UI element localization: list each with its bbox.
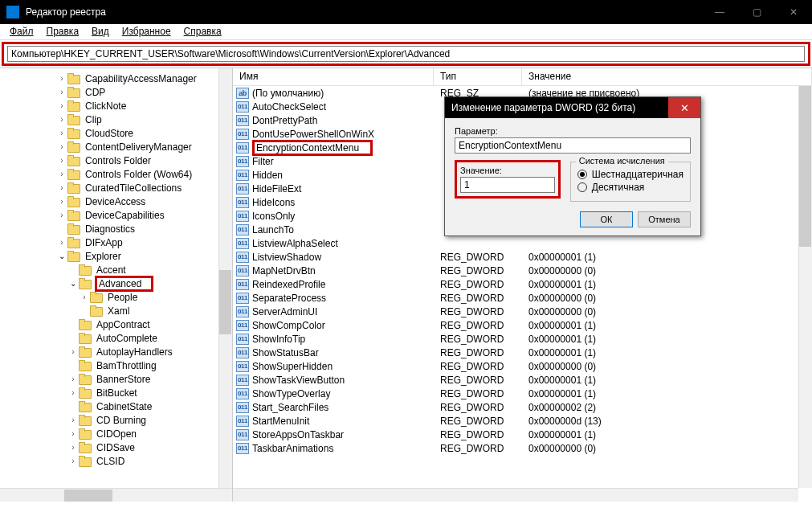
col-name-header[interactable]: Имя (233, 68, 434, 85)
chevron-icon[interactable]: ⌄ (67, 279, 79, 288)
row-value: 0x00000001 (1) (522, 252, 812, 263)
row-name: ShowCompColor (252, 320, 325, 331)
list-hscroll[interactable] (233, 488, 798, 502)
chevron-icon[interactable]: › (79, 293, 90, 301)
tree-item[interactable]: ›CD Burning (0, 413, 232, 427)
radio-dec[interactable]: Десятичная (577, 182, 683, 193)
dialog-titlebar[interactable]: Изменение параметра DWORD (32 бита) ✕ (445, 97, 700, 118)
ok-button[interactable]: ОК (580, 211, 633, 227)
value-input[interactable] (460, 177, 555, 193)
list-row[interactable]: 011ShowCompColorREG_DWORD0x00000001 (1) (233, 318, 812, 332)
chevron-icon[interactable]: › (67, 443, 79, 452)
radio-dot-icon (577, 170, 587, 179)
minimize-button[interactable]: — (701, 0, 738, 24)
list-row[interactable]: 011StartMenuInitREG_DWORD0x0000000d (13) (233, 414, 812, 428)
menu-edit[interactable]: Правка (40, 24, 86, 39)
col-type-header[interactable]: Тип (434, 68, 522, 85)
tree-item[interactable]: ›People (0, 290, 232, 304)
col-value-header[interactable]: Значение (522, 68, 812, 85)
tree-item[interactable]: ›ClickNote (0, 99, 232, 113)
tree-item[interactable]: ⌄Advanced (0, 276, 232, 290)
list-row[interactable]: 011StoreAppsOnTaskbarREG_DWORD0x00000001… (233, 428, 812, 441)
chevron-icon[interactable]: › (56, 170, 67, 178)
maximize-button[interactable]: ▢ (738, 0, 775, 24)
param-input[interactable] (455, 137, 691, 154)
chevron-icon[interactable]: › (56, 238, 67, 247)
chevron-icon[interactable]: › (56, 142, 67, 151)
list-row[interactable]: 011ListviewShadowREG_DWORD0x00000001 (1) (233, 250, 812, 264)
tree-item[interactable]: AutoComplete (0, 331, 232, 345)
chevron-icon[interactable]: › (56, 88, 67, 96)
radio-hex[interactable]: Шестнадцатеричная (577, 169, 683, 180)
reg-value-icon: 011 (236, 306, 249, 317)
chevron-icon[interactable]: › (67, 416, 79, 424)
tree-item[interactable]: ›Clip (0, 113, 232, 126)
list-row[interactable]: 011ShowTypeOverlayREG_DWORD0x00000001 (1… (233, 387, 812, 400)
list-row[interactable]: 011MapNetDrvBtnREG_DWORD0x00000000 (0) (233, 264, 812, 277)
menu-file[interactable]: Файл (3, 24, 40, 39)
tree-item[interactable]: ›CloudStore (0, 126, 232, 140)
tree-item[interactable]: CabinetState (0, 399, 232, 413)
chevron-icon[interactable]: › (56, 197, 67, 206)
list-vscroll[interactable] (798, 86, 812, 488)
tree-item[interactable]: ›CIDSave (0, 440, 232, 454)
tree-item-label: CLSID (95, 456, 126, 467)
address-input[interactable] (7, 46, 805, 62)
chevron-icon[interactable]: › (56, 156, 67, 165)
chevron-icon[interactable]: › (56, 183, 67, 192)
tree-item[interactable]: ›ContentDeliveryManager (0, 140, 232, 154)
tree-item[interactable]: ›CLSID (0, 454, 232, 468)
tree-item[interactable]: Diagnostics (0, 222, 232, 236)
chevron-icon[interactable]: › (56, 101, 67, 110)
list-row[interactable]: 011Start_SearchFilesREG_DWORD0x00000002 … (233, 400, 812, 414)
tree-item[interactable]: ›DeviceAccess (0, 195, 232, 208)
tree-item[interactable]: BamThrottling (0, 358, 232, 372)
chevron-icon[interactable]: › (56, 129, 67, 137)
tree-item[interactable]: ›CIDOpen (0, 427, 232, 440)
list-row[interactable]: 011ShowStatusBarREG_DWORD0x00000001 (1) (233, 346, 812, 359)
close-button[interactable]: ✕ (775, 0, 812, 24)
list-row[interactable]: 011ListviewAlphaSelect (233, 236, 812, 250)
chevron-icon[interactable]: › (67, 375, 79, 383)
menu-favorites[interactable]: Избранное (116, 24, 177, 39)
chevron-icon[interactable]: › (67, 457, 79, 465)
cancel-button[interactable]: Отмена (638, 211, 691, 227)
folder-icon (67, 128, 80, 139)
tree-item[interactable]: ›DeviceCapabilities (0, 208, 232, 222)
tree-item[interactable]: Xaml (0, 304, 232, 317)
tree-hscroll[interactable] (0, 488, 232, 502)
chevron-icon[interactable]: › (67, 347, 79, 356)
tree-item[interactable]: ›DIFxApp (0, 236, 232, 249)
tree-item[interactable]: ⌄Explorer (0, 249, 232, 263)
tree-item[interactable]: ›CDP (0, 85, 232, 99)
dialog-close-button[interactable]: ✕ (668, 97, 700, 118)
chevron-icon[interactable]: › (56, 115, 67, 124)
chevron-icon[interactable]: › (67, 388, 79, 397)
tree-item[interactable]: ›CuratedTileCollections (0, 181, 232, 195)
list-row[interactable]: 011ServerAdminUIREG_DWORD0x00000000 (0) (233, 305, 812, 318)
list-row[interactable]: 011TaskbarAnimationsREG_DWORD0x00000000 … (233, 441, 812, 455)
folder-icon (67, 114, 80, 125)
list-row[interactable]: 011ShowSuperHiddenREG_DWORD0x00000000 (0… (233, 359, 812, 373)
tree-item[interactable]: ›AutoplayHandlers (0, 345, 232, 358)
tree-item[interactable]: AppContract (0, 317, 232, 331)
tree-item[interactable]: ›Controls Folder (0, 154, 232, 167)
list-row[interactable]: 011SeparateProcessREG_DWORD0x00000000 (0… (233, 291, 812, 305)
list-row[interactable]: 011ReindexedProfileREG_DWORD0x00000001 (… (233, 277, 812, 291)
chevron-icon[interactable]: › (56, 74, 67, 83)
tree-item[interactable]: ›Controls Folder (Wow64) (0, 167, 232, 181)
tree-item[interactable]: ›BannerStore (0, 372, 232, 386)
tree-item[interactable]: ›BitBucket (0, 386, 232, 399)
list-row[interactable]: 011ShowTaskViewButtonREG_DWORD0x00000001… (233, 373, 812, 387)
tree-item[interactable]: ›CapabilityAccessManager (0, 72, 232, 85)
radio-dec-label: Десятичная (592, 182, 645, 193)
list-row[interactable]: 011ShowInfoTipREG_DWORD0x00000001 (1) (233, 332, 812, 346)
menu-help[interactable]: Справка (177, 24, 228, 39)
chevron-icon[interactable]: ⌄ (56, 252, 67, 260)
menu-view[interactable]: Вид (85, 24, 116, 39)
chevron-icon[interactable]: › (67, 429, 79, 438)
row-name: ShowStatusBar (252, 347, 319, 358)
tree-item[interactable]: Accent (0, 263, 232, 276)
chevron-icon[interactable]: › (56, 211, 67, 219)
tree-vscroll[interactable] (218, 68, 232, 488)
